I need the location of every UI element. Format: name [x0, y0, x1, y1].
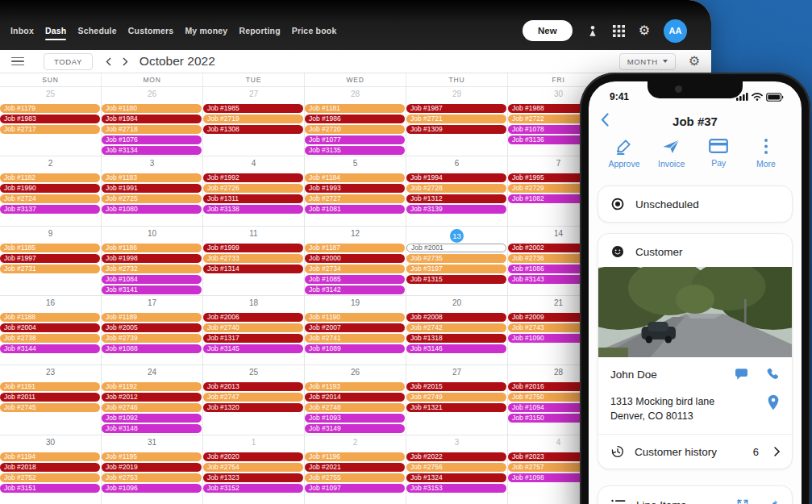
job-bar[interactable]: Job #2733: [203, 254, 303, 263]
job-bar[interactable]: Job #2718: [102, 125, 202, 134]
day-cell[interactable]: 20Job #2008Job #2742Job #1318Job #3146: [406, 295, 508, 364]
job-bar[interactable]: Job #1997: [0, 254, 100, 263]
job-bar[interactable]: Job #2011: [0, 393, 100, 402]
job-bar[interactable]: Job #1092: [102, 414, 202, 423]
job-bar[interactable]: Job #1184: [305, 173, 405, 182]
job-bar[interactable]: Job #2728: [406, 184, 506, 193]
back-chevron-icon[interactable]: [601, 113, 609, 127]
today-button[interactable]: TODAY: [44, 53, 93, 70]
job-bar[interactable]: Job #2012: [102, 393, 202, 402]
menu-icon[interactable]: [11, 57, 24, 66]
day-cell[interactable]: 13Job #2001Job #2735Job #3197Job #1315: [406, 226, 508, 295]
job-bar[interactable]: Job #1990: [0, 184, 100, 193]
more-button[interactable]: More: [743, 138, 789, 169]
day-cell[interactable]: 11Job #1999Job #2733Job #1314: [203, 226, 305, 295]
nav-item-my-money[interactable]: My money: [179, 26, 233, 35]
day-cell[interactable]: 27Job #1985Job #2719Job #1308: [203, 86, 305, 156]
day-cell[interactable]: 18Job #2006Job #2740Job #1317Job #3145: [203, 295, 305, 364]
job-bar[interactable]: Job #1191: [0, 382, 100, 391]
job-bar[interactable]: Job #1308: [203, 125, 303, 134]
job-bar[interactable]: Job #2739: [102, 334, 202, 343]
job-bar[interactable]: Job #2735: [406, 254, 506, 263]
day-cell[interactable]: 29Job #1987Job #2721Job #1309: [406, 86, 508, 156]
day-cell[interactable]: 5Job #1184Job #1993Job #2727Job #1081: [305, 156, 406, 225]
job-bar[interactable]: Job #2756: [406, 463, 506, 472]
job-bar[interactable]: Job #2753: [102, 473, 202, 482]
nav-item-customers[interactable]: Customers: [123, 26, 180, 35]
day-cell[interactable]: 30Job #1194Job #2018Job #2752Job #3151: [0, 435, 102, 504]
job-bar[interactable]: Job #3139: [406, 205, 506, 214]
day-cell[interactable]: 6Job #1994Job #2728Job #1312Job #3139: [406, 156, 508, 225]
job-bar[interactable]: Job #1187: [305, 244, 405, 252]
day-cell[interactable]: 4Job #1992Job #2726Job #1311Job #3138: [203, 156, 305, 225]
job-bar[interactable]: Job #2001: [406, 244, 506, 252]
job-bar[interactable]: Job #2004: [0, 323, 100, 332]
nav-item-schedule[interactable]: Schedule: [72, 26, 122, 35]
job-bar[interactable]: Job #2019: [102, 463, 202, 472]
job-bar[interactable]: Job #2006: [203, 313, 303, 322]
day-cell[interactable]: 16Job #1188Job #2004Job #2738Job #3144: [0, 295, 102, 364]
nav-item-dash[interactable]: Dash: [40, 26, 72, 35]
job-bar[interactable]: Job #2738: [0, 334, 100, 343]
job-bar[interactable]: Job #1194: [0, 452, 100, 461]
job-bar[interactable]: Job #2021: [305, 463, 405, 472]
job-bar[interactable]: Job #3146: [406, 344, 506, 353]
job-bar[interactable]: Job #1321: [406, 403, 506, 412]
job-bar[interactable]: Job #1183: [102, 173, 202, 182]
job-bar[interactable]: Job #1190: [305, 313, 405, 322]
approve-button[interactable]: Approve: [602, 138, 647, 169]
job-bar[interactable]: Job #3148: [102, 424, 202, 433]
job-bar[interactable]: Job #2742: [406, 323, 506, 332]
job-bar[interactable]: Job #1992: [203, 173, 303, 182]
job-bar[interactable]: Job #2015: [406, 382, 506, 391]
job-bar[interactable]: Job #1186: [102, 244, 202, 252]
job-bar[interactable]: Job #2008: [406, 313, 506, 322]
job-bar[interactable]: Job #2731: [0, 264, 100, 273]
chevron-left-icon[interactable]: [106, 57, 111, 66]
job-bar[interactable]: Job #1180: [102, 104, 202, 113]
chat-icon[interactable]: [734, 367, 749, 381]
job-bar[interactable]: Job #1181: [305, 104, 405, 113]
job-bar[interactable]: Job #2732: [102, 264, 202, 273]
job-bar[interactable]: Job #1323: [203, 473, 303, 482]
job-bar[interactable]: Job #1993: [305, 184, 405, 193]
job-bar[interactable]: Job #1096: [102, 484, 202, 493]
job-bar[interactable]: Job #1309: [406, 125, 506, 134]
job-bar[interactable]: Job #1318: [406, 334, 506, 343]
job-bar[interactable]: Job #3142: [305, 285, 405, 294]
job-bar[interactable]: Job #3138: [203, 205, 303, 214]
job-bar[interactable]: Job #1089: [305, 344, 405, 353]
job-bar[interactable]: Job #1076: [102, 135, 202, 144]
nav-item-inbox[interactable]: Inbox: [5, 26, 40, 35]
day-cell[interactable]: 2Job #1182Job #1990Job #2724Job #3137: [0, 156, 102, 225]
job-bar[interactable]: Job #1987: [406, 104, 506, 113]
view-select[interactable]: MONTH: [619, 53, 676, 70]
job-bar[interactable]: Job #1324: [406, 473, 506, 482]
job-bar[interactable]: Job #1084: [102, 275, 202, 284]
job-bar[interactable]: Job #2724: [0, 194, 100, 203]
day-cell[interactable]: 24Job #1192Job #2012Job #2746Job #1092Jo…: [102, 364, 203, 434]
job-bar[interactable]: Job #2748: [305, 403, 405, 412]
day-cell[interactable]: 3Job #1183Job #1991Job #2725Job #1080: [102, 156, 203, 225]
job-bar[interactable]: Job #1097: [305, 484, 405, 493]
job-bar[interactable]: Job #2747: [203, 393, 303, 402]
day-cell[interactable]: 26Job #1193Job #2014Job #2748Job #1093Jo…: [305, 364, 406, 434]
settings-gear-icon[interactable]: ⚙: [639, 24, 650, 37]
map-pin-icon[interactable]: [767, 394, 780, 410]
day-cell[interactable]: 25Job #2013Job #2747Job #1320: [203, 364, 305, 434]
job-bar[interactable]: Job #1986: [305, 115, 405, 123]
job-bar[interactable]: Job #3151: [0, 484, 100, 493]
day-cell[interactable]: 1Job #2020Job #2754Job #1323Job #3152: [203, 435, 305, 504]
day-cell[interactable]: 27Job #2015Job #2749Job #1321: [406, 364, 508, 434]
job-bar[interactable]: Job #2754: [203, 463, 303, 472]
job-bar[interactable]: Job #1080: [102, 205, 202, 214]
customer-history-row[interactable]: Customer history 6: [598, 434, 792, 469]
job-bar[interactable]: Job #2013: [203, 382, 303, 391]
job-bar[interactable]: Job #3153: [406, 484, 506, 493]
day-cell[interactable]: 28Job #1181Job #1986Job #2720Job #1077Jo…: [305, 86, 406, 156]
job-bar[interactable]: Job #1093: [305, 414, 405, 423]
chevron-right-icon[interactable]: [123, 57, 128, 66]
job-bar[interactable]: Job #2014: [305, 393, 405, 402]
job-bar[interactable]: Job #1315: [406, 275, 506, 284]
job-bar[interactable]: Job #1984: [102, 115, 202, 123]
